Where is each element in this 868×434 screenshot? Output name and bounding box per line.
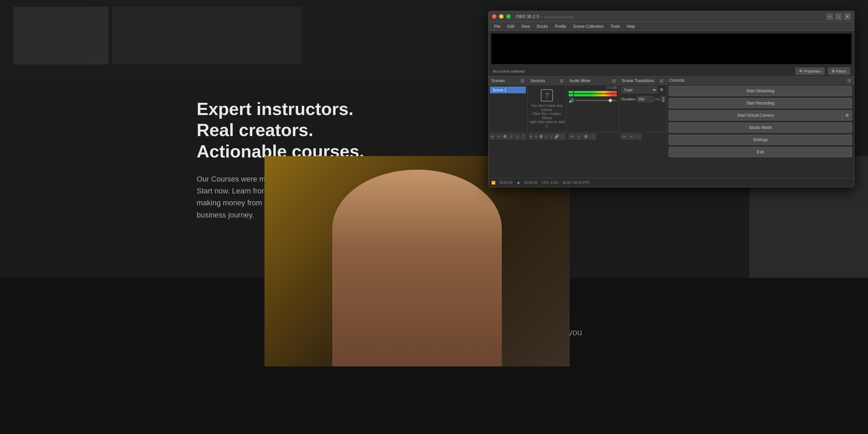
- hero-line1: Expert instructors.: [197, 98, 364, 119]
- window-maximize-dot[interactable]: [506, 14, 511, 19]
- start-virtual-camera-button[interactable]: Start Virtual Camera: [669, 110, 843, 120]
- obs-panels-row: Scenes ⊞ Scene 1 + − ⚙ ↑ ↓ ⋮ Sources ⊞ ?: [489, 76, 854, 140]
- gear-icon: ⚙: [845, 113, 849, 118]
- hero-text: Expert instructors. Real creators. Actio…: [197, 98, 364, 162]
- add-source-button[interactable]: +: [529, 133, 533, 139]
- start-recording-button[interactable]: Start Recording: [669, 98, 852, 108]
- sources-settings-icon[interactable]: ⊞: [559, 78, 564, 83]
- audio-settings-button[interactable]: ⚙: [583, 133, 589, 139]
- menu-file[interactable]: File: [491, 23, 503, 30]
- add-transition-button[interactable]: +: [621, 133, 627, 139]
- source-more-button[interactable]: ⋮: [560, 133, 565, 139]
- sources-panel: Sources ⊞ ? You don't have any source Cl…: [528, 76, 567, 140]
- add-scene-button[interactable]: +: [490, 133, 495, 139]
- obs-window: OBS 30.2.3 - ———————— ─ □ ✕ File Edit Vi…: [488, 11, 854, 187]
- transition-select-row: Fade ▼: [619, 85, 666, 95]
- restore-button[interactable]: □: [835, 13, 842, 20]
- no-source-label: No source selected: [493, 69, 792, 73]
- recording-indicator: ⏺: [517, 181, 520, 185]
- scenes-panel: Scenes ⊞ Scene 1 + − ⚙ ↑ ↓ ⋮: [489, 76, 528, 140]
- audio-mixer-panel: Audio Mixer ⊞ 0.0 dB 🔊: [567, 76, 619, 140]
- sources-panel-header: Sources ⊞: [528, 76, 566, 85]
- video-thumbnail[interactable]: [264, 156, 570, 366]
- obs-window-controls: ─ □ ✕: [826, 13, 851, 20]
- sources-toolbar: + − ⚙ ↑ ↓ 🔗 ⋮: [528, 132, 566, 140]
- volume-slider[interactable]: [575, 100, 617, 101]
- menu-scene-collection[interactable]: Scene Collection: [570, 23, 606, 30]
- minimize-button[interactable]: ─: [826, 13, 833, 20]
- transitions-toolbar: + − ⋮: [619, 132, 666, 140]
- window-minimize-dot[interactable]: [499, 14, 504, 19]
- duration-input[interactable]: [637, 96, 654, 102]
- menu-view[interactable]: View: [518, 23, 533, 30]
- menu-docks[interactable]: Docks: [534, 23, 551, 30]
- transition-type-select[interactable]: Fade: [621, 87, 657, 93]
- audio-mixer-settings-icon[interactable]: ⊞: [612, 78, 616, 83]
- transition-more-button[interactable]: ⋮: [635, 133, 642, 139]
- controls-settings-icon[interactable]: ⊞: [847, 78, 851, 83]
- source-settings-button[interactable]: ⚙: [539, 133, 543, 139]
- obs-bottom-status-bar: 📶 00:00:00 ⏺ 00:00:00 CPU: 0.6% 30.00 / …: [489, 178, 854, 187]
- transition-duration-row: Duration ms ▲ ▼: [619, 95, 666, 103]
- scenes-panel-header: Scenes ⊞: [489, 76, 527, 85]
- image-placeholder-2: [112, 7, 302, 64]
- virtual-camera-settings-button[interactable]: ⚙: [843, 110, 852, 120]
- filters-button[interactable]: ⊞ Filters: [828, 68, 850, 75]
- streaming-time: 00:00:00: [499, 181, 513, 185]
- obs-preview-area: [491, 34, 851, 64]
- obs-status-bar: No source selected ⚙ Properties ⊞ Filter…: [489, 67, 854, 75]
- scene-more-button[interactable]: ⋮: [521, 133, 526, 139]
- hint-line1: You don't have any source: [529, 103, 565, 112]
- scene-item-1[interactable]: Scene 1: [490, 87, 526, 93]
- obs-menubar: File Edit View Docks Profile Scene Colle…: [489, 22, 854, 31]
- audio-add-button[interactable]: +: [569, 133, 575, 139]
- sources-label: Sources: [530, 78, 545, 83]
- image-placeholder-1: [14, 7, 108, 64]
- mute-button[interactable]: 🔊: [569, 98, 574, 103]
- transitions-settings-icon[interactable]: ⊞: [659, 78, 664, 83]
- remove-source-button[interactable]: −: [534, 133, 538, 139]
- exit-button[interactable]: Exit: [669, 147, 852, 157]
- duration-down-button[interactable]: ▼: [661, 99, 665, 102]
- duration-up-button[interactable]: ▲: [661, 96, 665, 99]
- source-link-button[interactable]: 🔗: [554, 133, 559, 139]
- duration-spinners: ▲ ▼: [661, 96, 665, 102]
- properties-button[interactable]: ⚙ Properties: [795, 68, 825, 75]
- source-down-button[interactable]: ↓: [549, 133, 553, 139]
- settings-button[interactable]: Settings: [669, 135, 852, 145]
- scenes-settings-icon[interactable]: ⊞: [520, 78, 525, 83]
- window-close-dot[interactable]: [492, 14, 496, 19]
- scene-down-button[interactable]: ↓: [515, 133, 520, 139]
- transitions-panel-header: Scene Transitions ⊞: [619, 76, 666, 85]
- audio-meter-green: [574, 91, 617, 93]
- audio-mixer-label: Audio Mixer: [569, 78, 591, 83]
- virtual-camera-row: Start Virtual Camera ⚙: [669, 110, 852, 120]
- audio-meters-container: [567, 90, 619, 97]
- menu-edit[interactable]: Edit: [505, 23, 517, 30]
- close-button[interactable]: ✕: [844, 13, 851, 20]
- audio-mixer-panel-header: Audio Mixer ⊞: [567, 76, 619, 85]
- audio-meter-row-1: [569, 91, 617, 93]
- remove-transition-button[interactable]: −: [628, 133, 634, 139]
- controls-label: Controls: [669, 78, 685, 83]
- menu-tools[interactable]: Tools: [608, 23, 623, 30]
- scene-settings-button[interactable]: ⚙: [502, 133, 507, 139]
- person-image: [332, 170, 502, 366]
- scene-up-button[interactable]: ↑: [509, 133, 514, 139]
- menu-help[interactable]: Help: [624, 23, 638, 30]
- source-up-button[interactable]: ↑: [544, 133, 548, 139]
- audio-remove-button[interactable]: −: [576, 133, 582, 139]
- scene-transitions-panel: Scene Transitions ⊞ Fade ▼ Duration ms ▲…: [619, 76, 667, 140]
- audio-db-value: 0.0 dB: [567, 85, 619, 90]
- recording-time: 00:00:00: [524, 181, 537, 185]
- scenes-label: Scenes: [491, 78, 505, 83]
- remove-scene-button[interactable]: −: [496, 133, 501, 139]
- audio-more-button[interactable]: ⋮: [590, 133, 596, 139]
- menu-profile[interactable]: Profile: [552, 23, 569, 30]
- controls-panel-header: Controls ⊞: [667, 76, 854, 85]
- transitions-label: Scene Transitions: [622, 78, 654, 83]
- obs-title-left: OBS 30.2.3 - ————————: [492, 14, 574, 19]
- start-streaming-button[interactable]: Start Streaming: [669, 86, 852, 96]
- studio-mode-button[interactable]: Studio Mode: [669, 122, 852, 133]
- obs-title-text: OBS 30.2.3 -: [516, 14, 541, 19]
